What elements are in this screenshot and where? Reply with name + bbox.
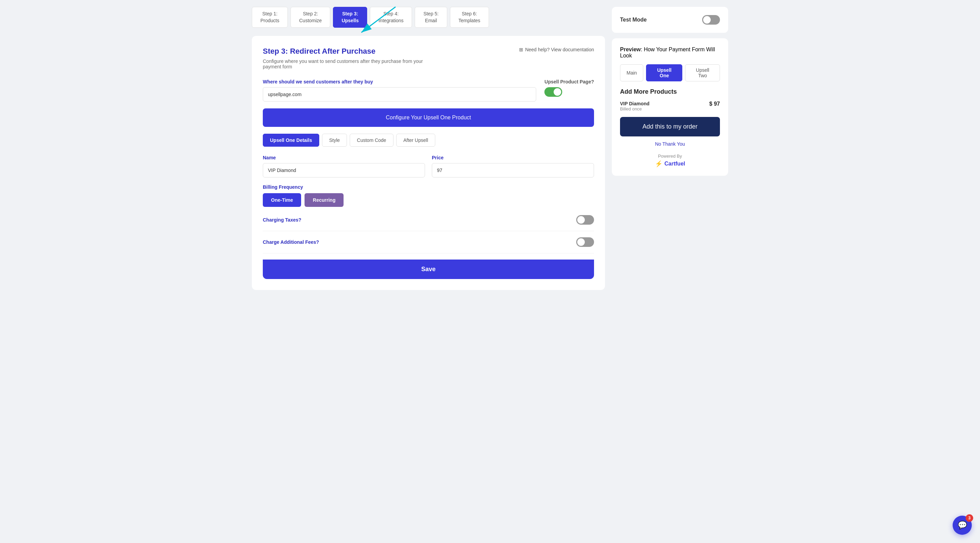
preview-tabs: MainUpsell OneUpsell Two: [620, 64, 720, 81]
chat-icon: 💬: [958, 521, 967, 530]
cartfuel-icon: ⚡: [655, 160, 662, 168]
toggle-knob: [554, 88, 561, 96]
configure-btn[interactable]: Configure Your Upsell One Product: [263, 108, 594, 127]
no-thank-you[interactable]: No Thank You: [620, 141, 720, 147]
sub-tab-style[interactable]: Style: [322, 134, 347, 147]
product-price: $ 97: [710, 101, 720, 107]
product-billing: Billed once: [620, 106, 649, 111]
save-button[interactable]: Save: [269, 266, 588, 273]
product-row: VIP Diamond Billed once $ 97: [620, 101, 720, 111]
product-name: VIP Diamond: [620, 101, 649, 106]
url-label: Where should we send customers after the…: [263, 79, 536, 84]
name-price-row: Name Price: [263, 155, 594, 178]
steps-bar: Step 1:ProductsStep 2:CustomizeStep 3:Up…: [252, 7, 605, 28]
one-time-btn[interactable]: One-Time: [263, 193, 301, 207]
sub-tabs: Upsell One DetailsStyleCustom CodeAfter …: [263, 134, 594, 147]
toggle-knob-fees: [577, 238, 585, 246]
preview-tab-upsell_two[interactable]: Upsell Two: [685, 64, 720, 81]
charging-taxes-row: Charging Taxes?: [263, 215, 594, 231]
preview-tab-upsell_one[interactable]: Upsell One: [646, 64, 682, 81]
additional-fees-toggle[interactable]: [576, 237, 594, 247]
help-link[interactable]: ⊞ Need help? View documentation: [519, 47, 594, 52]
step-item-step2[interactable]: Step 2:Customize: [291, 7, 330, 28]
test-mode-row: Test Mode: [620, 15, 720, 25]
price-label: Price: [432, 155, 594, 160]
price-group: Price: [432, 155, 594, 178]
billing-buttons: One-Time Recurring: [263, 193, 594, 207]
cartfuel-logo: ⚡ Cartfuel: [620, 160, 720, 168]
add-more-section: Add More Products VIP Diamond Billed onc…: [620, 88, 720, 168]
form-card: ⊞ Need help? View documentation Step 3: …: [252, 36, 605, 290]
chat-badge: 3: [966, 514, 973, 522]
step-item-step3[interactable]: Step 3:Upsells: [333, 7, 367, 28]
name-group: Name: [263, 155, 425, 178]
charging-taxes-label: Charging Taxes?: [263, 217, 301, 222]
step-item-step1[interactable]: Step 1:Products: [252, 7, 288, 28]
additional-fees-row: Charge Additional Fees?: [263, 237, 594, 253]
test-mode-card: Test Mode: [612, 7, 728, 33]
name-label: Name: [263, 155, 425, 160]
sidebar: Test Mode Preview: How Your Payment Form…: [612, 7, 728, 290]
save-bar: Save: [263, 260, 594, 279]
toggle-knob-test: [703, 16, 711, 24]
sub-tab-custom_code[interactable]: Custom Code: [350, 134, 393, 147]
additional-fees-label: Charge Additional Fees?: [263, 239, 319, 245]
chat-bubble[interactable]: 💬 3: [953, 516, 972, 535]
test-mode-toggle[interactable]: [702, 15, 720, 25]
url-group: Where should we send customers after the…: [263, 79, 536, 102]
upsell-page-group: Upsell Product Page?: [544, 79, 594, 97]
upsell-page-toggle[interactable]: [544, 87, 562, 97]
url-input[interactable]: [263, 87, 536, 102]
charging-taxes-toggle[interactable]: [576, 215, 594, 225]
upsell-page-label: Upsell Product Page?: [544, 79, 594, 84]
sub-tab-after_upsell[interactable]: After Upsell: [396, 134, 435, 147]
toggle-knob-taxes: [577, 216, 585, 224]
price-input[interactable]: [432, 163, 594, 178]
preview-card: Preview: How Your Payment Form Will Look…: [612, 38, 728, 176]
test-mode-label: Test Mode: [620, 17, 647, 23]
add-order-btn[interactable]: Add this to my order: [620, 117, 720, 137]
doc-icon: ⊞: [519, 47, 523, 52]
powered-by: Powered By ⚡ Cartfuel: [620, 154, 720, 168]
billing-section: Billing Frequency One-Time Recurring: [263, 184, 594, 207]
step-item-step5[interactable]: Step 5:Email: [415, 7, 447, 28]
billing-label: Billing Frequency: [263, 184, 594, 190]
product-info: VIP Diamond Billed once: [620, 101, 649, 111]
recurring-btn[interactable]: Recurring: [305, 193, 344, 207]
preview-tab-main[interactable]: Main: [620, 64, 643, 81]
sub-tab-details[interactable]: Upsell One Details: [263, 134, 319, 147]
step-item-step4[interactable]: Step 4:Integrations: [370, 7, 412, 28]
url-row: Where should we send customers after the…: [263, 79, 594, 102]
cartfuel-name: Cartfuel: [665, 161, 685, 167]
preview-title: Preview: How Your Payment Form Will Look: [620, 46, 720, 59]
name-input[interactable]: [263, 163, 425, 178]
section-desc: Configure where you want to send custome…: [263, 59, 427, 70]
add-more-title: Add More Products: [620, 88, 720, 95]
step-item-step6[interactable]: Step 6:Templates: [450, 7, 489, 28]
